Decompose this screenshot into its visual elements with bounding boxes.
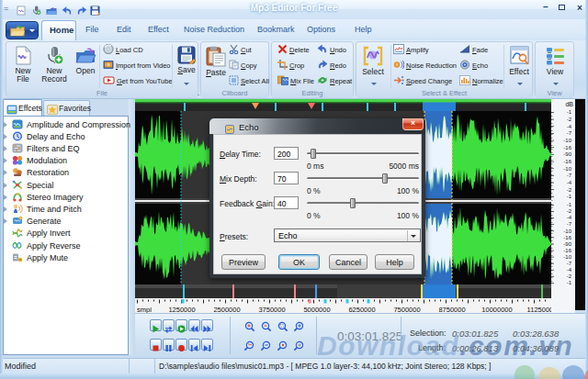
svg-text:dB: dB — [565, 101, 573, 107]
svg-text:-10: -10 — [563, 138, 571, 143]
svg-text:-10: -10 — [563, 229, 571, 234]
svg-text:-7: -7 — [567, 173, 572, 178]
svg-text:-7: -7 — [567, 130, 572, 136]
svg-text:-2: -2 — [567, 273, 572, 279]
svg-text:-4: -4 — [567, 215, 572, 220]
svg-text:-2: -2 — [567, 117, 572, 122]
svg-text:-7: -7 — [567, 221, 572, 227]
svg-text:-10: -10 — [563, 166, 571, 172]
svg-text:-16: -16 — [563, 159, 571, 164]
svg-text:-2: -2 — [567, 187, 572, 193]
svg-text:-1: -1 — [567, 280, 572, 285]
svg-text:-7: -7 — [567, 261, 572, 266]
svg-text:-10: -10 — [563, 254, 571, 260]
svg-text:-1: -1 — [567, 194, 572, 199]
svg-text:-90: -90 — [563, 151, 571, 157]
svg-text:-4: -4 — [567, 124, 572, 129]
svg-text:-16: -16 — [563, 235, 571, 240]
svg-text:-16: -16 — [563, 248, 571, 253]
svg-text:-16: -16 — [563, 145, 571, 150]
svg-text:-1: -1 — [567, 109, 572, 115]
svg-text:-90: -90 — [563, 241, 571, 247]
svg-text:-1: -1 — [567, 202, 572, 207]
svg-text:-4: -4 — [567, 180, 572, 185]
svg-text:-4: -4 — [567, 267, 572, 273]
svg-text:-2: -2 — [567, 208, 572, 214]
